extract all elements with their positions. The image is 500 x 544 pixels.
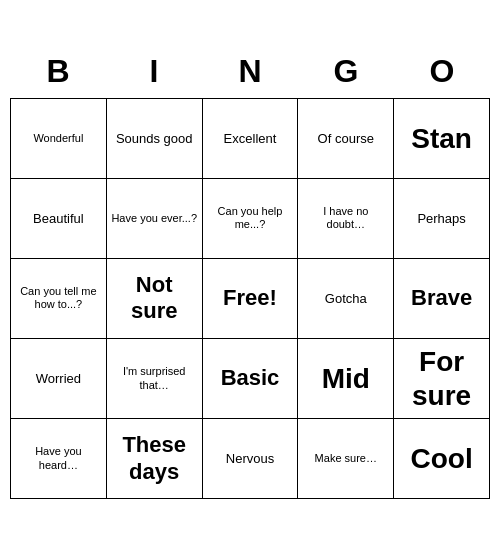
cell-text-12: Free! [207, 285, 294, 311]
bingo-cell-20: Have you heard… [11, 419, 107, 499]
bingo-cell-2: Excellent [203, 99, 299, 179]
cell-text-1: Sounds good [111, 131, 198, 147]
header-letter-b: B [10, 45, 106, 98]
cell-text-20: Have you heard… [15, 445, 102, 471]
cell-text-17: Basic [207, 365, 294, 391]
cell-text-14: Brave [398, 285, 485, 311]
bingo-cell-19: For sure [394, 339, 490, 419]
cell-text-11: Not sure [111, 272, 198, 325]
cell-text-7: Can you help me...? [207, 205, 294, 231]
bingo-cell-21: These days [107, 419, 203, 499]
header-letter-g: G [298, 45, 394, 98]
cell-text-21: These days [111, 432, 198, 485]
cell-text-0: Wonderful [15, 132, 102, 145]
bingo-cell-3: Of course [298, 99, 394, 179]
bingo-cell-7: Can you help me...? [203, 179, 299, 259]
bingo-cell-9: Perhaps [394, 179, 490, 259]
bingo-cell-8: I have no doubt… [298, 179, 394, 259]
bingo-cell-10: Can you tell me how to...? [11, 259, 107, 339]
header-letter-n: N [202, 45, 298, 98]
bingo-grid: WonderfulSounds goodExcellentOf courseSt… [10, 98, 490, 499]
header-letter-i: I [106, 45, 202, 98]
cell-text-10: Can you tell me how to...? [15, 285, 102, 311]
bingo-cell-22: Nervous [203, 419, 299, 499]
cell-text-6: Have you ever...? [111, 212, 198, 225]
bingo-cell-0: Wonderful [11, 99, 107, 179]
bingo-cell-16: I'm surprised that… [107, 339, 203, 419]
bingo-header: BINGO [10, 45, 490, 98]
cell-text-22: Nervous [207, 451, 294, 467]
bingo-cell-17: Basic [203, 339, 299, 419]
bingo-cell-15: Worried [11, 339, 107, 419]
cell-text-5: Beautiful [15, 211, 102, 227]
cell-text-18: Mid [302, 362, 389, 396]
bingo-cell-18: Mid [298, 339, 394, 419]
cell-text-3: Of course [302, 131, 389, 147]
cell-text-19: For sure [398, 345, 485, 412]
bingo-cell-23: Make sure… [298, 419, 394, 499]
bingo-cell-12: Free! [203, 259, 299, 339]
cell-text-16: I'm surprised that… [111, 365, 198, 391]
cell-text-9: Perhaps [398, 211, 485, 227]
bingo-cell-1: Sounds good [107, 99, 203, 179]
cell-text-8: I have no doubt… [302, 205, 389, 231]
bingo-cell-13: Gotcha [298, 259, 394, 339]
bingo-cell-5: Beautiful [11, 179, 107, 259]
bingo-cell-14: Brave [394, 259, 490, 339]
cell-text-23: Make sure… [302, 452, 389, 465]
cell-text-4: Stan [398, 122, 485, 156]
bingo-card: BINGO WonderfulSounds goodExcellentOf co… [10, 45, 490, 499]
bingo-cell-6: Have you ever...? [107, 179, 203, 259]
bingo-cell-4: Stan [394, 99, 490, 179]
cell-text-15: Worried [15, 371, 102, 387]
cell-text-13: Gotcha [302, 291, 389, 307]
header-letter-o: O [394, 45, 490, 98]
bingo-cell-24: Cool [394, 419, 490, 499]
cell-text-24: Cool [398, 442, 485, 476]
bingo-cell-11: Not sure [107, 259, 203, 339]
cell-text-2: Excellent [207, 131, 294, 147]
